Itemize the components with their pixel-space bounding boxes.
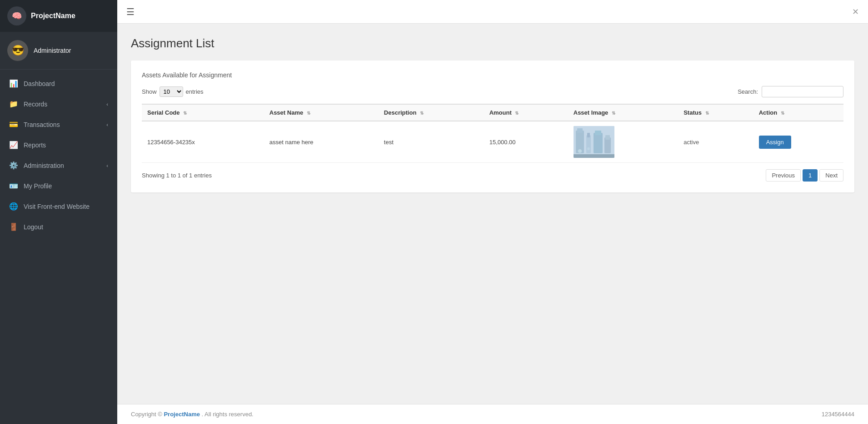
sidebar-item-logout[interactable]: 🚪 Logout <box>0 217 117 237</box>
chevron-left-icon: ‹ <box>106 101 108 107</box>
page-content: Assignment List Assets Available for Ass… <box>117 24 868 404</box>
table-controls: Show 10 25 50 100 entries Search: <box>142 86 843 97</box>
entries-label: entries <box>186 88 204 95</box>
close-icon[interactable]: ✕ <box>852 7 859 17</box>
assign-button[interactable]: Assign <box>759 136 791 149</box>
logout-icon: 🚪 <box>9 222 18 231</box>
transactions-icon: 💳 <box>9 120 18 129</box>
svg-rect-7 <box>604 137 611 153</box>
sidebar-item-dashboard[interactable]: 📊 Dashboard <box>0 73 117 94</box>
assignment-card: Assets Available for Assignment Show 10 … <box>131 61 854 192</box>
reports-icon: 📈 <box>9 141 18 149</box>
cell-asset-name: asset name here <box>264 121 379 163</box>
administration-icon: ⚙️ <box>9 161 18 170</box>
sort-icon[interactable]: ⇅ <box>420 111 424 116</box>
page-title: Assignment List <box>131 36 854 50</box>
chevron-left-icon: ‹ <box>106 163 108 168</box>
svg-rect-8 <box>605 135 610 140</box>
sidebar-item-administration[interactable]: ⚙️ Administration ‹ <box>0 155 117 176</box>
cell-amount: 15,000.00 <box>484 121 568 163</box>
svg-rect-4 <box>587 133 590 137</box>
sidebar-item-label: Visit Front-end Website <box>24 203 108 210</box>
table-footer: Showing 1 to 1 of 1 entries Previous 1 N… <box>142 169 843 182</box>
svg-rect-5 <box>594 133 603 153</box>
cell-serial-code: 12354656-34235x <box>142 121 264 163</box>
sidebar-user: 😎 Administrator <box>0 32 117 70</box>
entries-select[interactable]: 10 25 50 100 <box>160 86 183 97</box>
asset-image <box>574 126 614 158</box>
show-entries-control: Show 10 25 50 100 entries <box>142 86 204 97</box>
svg-rect-6 <box>595 131 601 135</box>
cell-status: active <box>678 121 753 163</box>
search-box: Search: <box>738 86 843 97</box>
app-title: ProjectName <box>31 12 75 20</box>
sidebar-item-visit-frontend[interactable]: 🌐 Visit Front-end Website <box>0 196 117 217</box>
sidebar-item-transactions[interactable]: 💳 Transactions ‹ <box>0 114 117 135</box>
svg-rect-3 <box>586 135 591 153</box>
col-serial-code: Serial Code ⇅ <box>142 104 264 121</box>
sidebar-item-records[interactable]: 📁 Records ‹ <box>0 94 117 114</box>
col-status: Status ⇅ <box>678 104 753 121</box>
card-subtitle: Assets Available for Assignment <box>142 71 843 79</box>
sidebar-item-label: Administration <box>24 162 101 169</box>
sidebar-item-reports[interactable]: 📈 Reports <box>0 135 117 155</box>
footer-rights: . All rights reserved. <box>202 411 254 418</box>
sidebar-item-label: Logout <box>24 223 108 231</box>
sidebar: 🧠 ProjectName 😎 Administrator 📊 Dashboar… <box>0 0 117 424</box>
cell-description: test <box>379 121 484 163</box>
main-footer: Copyright © ProjectName . All rights res… <box>117 404 868 424</box>
sort-icon[interactable]: ⇅ <box>515 111 519 116</box>
svg-point-11 <box>587 147 590 150</box>
svg-rect-2 <box>577 128 583 133</box>
sidebar-item-label: Reports <box>24 141 108 149</box>
table-row: 12354656-34235x asset name here test 15,… <box>142 121 843 163</box>
col-action: Action ⇅ <box>753 104 843 121</box>
sidebar-item-label: Records <box>24 101 101 108</box>
chevron-left-icon: ‹ <box>106 122 108 127</box>
pagination: Previous 1 Next <box>766 169 843 182</box>
cell-action: Assign <box>753 121 843 163</box>
footer-brand: ProjectName <box>164 411 200 418</box>
hamburger-icon[interactable]: ☰ <box>126 6 135 17</box>
build-number: 1234564444 <box>822 411 854 418</box>
sidebar-item-label: Transactions <box>24 121 101 128</box>
sidebar-nav: 📊 Dashboard 📁 Records ‹ 💳 Transactions ‹… <box>0 70 117 424</box>
app-logo: 🧠 <box>7 6 26 25</box>
col-asset-image: Asset Image ⇅ <box>568 104 678 121</box>
next-button[interactable]: Next <box>819 169 843 182</box>
cell-asset-image <box>568 121 678 163</box>
search-input[interactable] <box>762 86 843 97</box>
profile-icon: 🪪 <box>9 182 18 190</box>
copyright-text: Copyright © <box>131 411 162 418</box>
col-amount: Amount ⇅ <box>484 104 568 121</box>
sidebar-item-my-profile[interactable]: 🪪 My Profile <box>0 176 117 196</box>
svg-point-10 <box>578 149 582 153</box>
sidebar-item-label: My Profile <box>24 182 108 190</box>
col-description: Description ⇅ <box>379 104 484 121</box>
col-asset-name: Asset Name ⇅ <box>264 104 379 121</box>
globe-icon: 🌐 <box>9 202 18 211</box>
assets-table: Serial Code ⇅ Asset Name ⇅ Description ⇅… <box>142 104 843 163</box>
search-label: Search: <box>738 88 758 95</box>
topbar: ☰ ✕ <box>117 0 868 24</box>
sort-icon[interactable]: ⇅ <box>781 111 784 116</box>
page-1-button[interactable]: 1 <box>803 169 818 182</box>
user-name: Administrator <box>34 47 71 54</box>
dashboard-icon: 📊 <box>9 79 18 88</box>
sidebar-header: 🧠 ProjectName <box>0 0 117 32</box>
avatar: 😎 <box>7 40 28 61</box>
showing-text: Showing 1 to 1 of 1 entries <box>142 172 212 179</box>
sort-icon[interactable]: ⇅ <box>307 111 310 116</box>
main-content: ☰ ✕ Assignment List Assets Available for… <box>117 0 868 424</box>
records-icon: 📁 <box>9 100 18 108</box>
previous-button[interactable]: Previous <box>766 169 801 182</box>
footer-copyright: Copyright © ProjectName . All rights res… <box>131 411 254 418</box>
svg-rect-9 <box>574 154 614 158</box>
sidebar-item-label: Dashboard <box>24 80 108 87</box>
show-label: Show <box>142 88 157 95</box>
sort-icon[interactable]: ⇅ <box>705 111 709 116</box>
sort-icon[interactable]: ⇅ <box>183 111 187 116</box>
sort-icon[interactable]: ⇅ <box>612 111 615 116</box>
